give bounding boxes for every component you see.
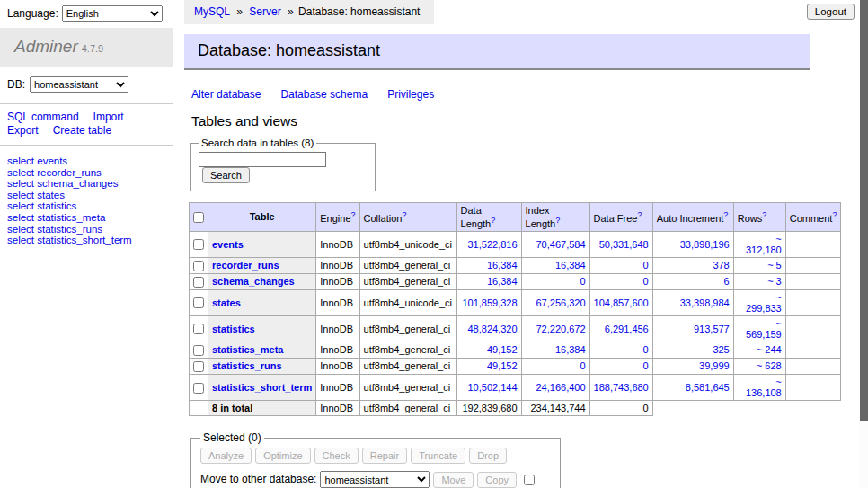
- move-label: Move to other database:: [200, 473, 316, 485]
- help-link[interactable]: ?: [402, 210, 406, 219]
- table-name-link[interactable]: statistics_short_term: [212, 382, 312, 393]
- optimize-button[interactable]: Optimize: [255, 448, 310, 464]
- data-length-link[interactable]: 101,859,328: [462, 297, 517, 308]
- auto-increment-link[interactable]: 913,577: [694, 324, 730, 334]
- data-length-link[interactable]: 49,152: [487, 344, 518, 355]
- sidebar-select-link[interactable]: select statistics_meta: [7, 212, 105, 223]
- index-length-link[interactable]: 16,384: [555, 344, 586, 355]
- drop-button[interactable]: Drop: [469, 448, 507, 464]
- help-link[interactable]: ?: [762, 210, 766, 219]
- sidebar-select-link[interactable]: select statistics: [7, 200, 76, 211]
- data-free-link[interactable]: 0: [643, 360, 649, 371]
- row-checkbox[interactable]: [193, 297, 204, 308]
- index-length-link[interactable]: 70,467,584: [536, 239, 586, 250]
- copy-button[interactable]: Copy: [477, 472, 517, 488]
- table-name-link[interactable]: recorder_runs: [212, 260, 279, 271]
- sidebar-select-link[interactable]: select statistics_runs: [7, 224, 102, 235]
- auto-increment-link[interactable]: 33,898,196: [680, 239, 730, 250]
- search-input[interactable]: [199, 152, 326, 167]
- sidebar-select-link[interactable]: select schema_changes: [7, 178, 118, 189]
- check-button[interactable]: Check: [314, 448, 359, 464]
- row-checkbox[interactable]: [193, 361, 204, 372]
- rows-link[interactable]: ~ 569,159: [746, 318, 782, 340]
- rows-link[interactable]: ~ 628: [757, 360, 782, 371]
- rows-link[interactable]: ~ 136,108: [746, 377, 782, 398]
- move-db-select[interactable]: homeassistant: [320, 471, 430, 488]
- table-name-link[interactable]: statistics: [212, 324, 255, 334]
- auto-increment-link[interactable]: 39,999: [699, 360, 730, 371]
- table-name-link[interactable]: states: [212, 297, 241, 308]
- database-action-link[interactable]: Privileges: [387, 88, 434, 101]
- data-length-link[interactable]: 16,384: [487, 276, 518, 287]
- language-select[interactable]: English: [62, 5, 163, 22]
- help-link[interactable]: ?: [555, 216, 560, 225]
- sidebar-select-link[interactable]: select recorder_runs: [7, 167, 102, 178]
- auto-increment-link[interactable]: 8,581,645: [686, 382, 730, 393]
- data-length-link[interactable]: 48,824,320: [468, 324, 518, 334]
- repair-button[interactable]: Repair: [362, 448, 407, 464]
- search-button[interactable]: Search: [202, 167, 250, 183]
- help-link[interactable]: ?: [723, 210, 728, 219]
- rows-link[interactable]: ~ 299,833: [746, 292, 782, 314]
- auto-increment-link[interactable]: 6: [724, 276, 730, 287]
- help-link[interactable]: ?: [832, 210, 837, 219]
- data-free-link[interactable]: 104,857,600: [594, 297, 649, 308]
- row-checkbox[interactable]: [193, 324, 204, 334]
- move-button[interactable]: Move: [433, 472, 474, 488]
- data-free-link[interactable]: 50,331,648: [599, 239, 649, 250]
- data-free-link[interactable]: 0: [643, 260, 649, 271]
- table-name-link[interactable]: schema_changes: [212, 276, 295, 287]
- data-length-link[interactable]: 31,522,816: [468, 239, 518, 250]
- index-length-link[interactable]: 0: [580, 360, 585, 371]
- sidebar-select-link[interactable]: select states: [7, 190, 65, 200]
- index-length-link[interactable]: 67,256,320: [536, 297, 586, 308]
- row-checkbox[interactable]: [193, 383, 204, 394]
- table-name-link[interactable]: events: [212, 239, 244, 250]
- sidebar-action-link[interactable]: Export: [7, 124, 39, 137]
- auto-increment-link[interactable]: 325: [713, 344, 729, 355]
- sidebar-select-link[interactable]: select statistics_short_term: [7, 235, 132, 245]
- help-link[interactable]: ?: [491, 216, 495, 225]
- data-length-link[interactable]: 10,502,144: [468, 382, 518, 393]
- row-checkbox[interactable]: [193, 277, 204, 288]
- help-link[interactable]: ?: [637, 210, 642, 219]
- row-checkbox[interactable]: [193, 261, 204, 271]
- rows-link[interactable]: ~ 5: [767, 260, 782, 271]
- sidebar-action-link[interactable]: Create table: [53, 124, 111, 137]
- auto-increment-link[interactable]: 33,398,984: [680, 297, 730, 308]
- row-checkbox[interactable]: [193, 345, 204, 356]
- row-checkbox[interactable]: [193, 239, 204, 250]
- overwrite-checkbox[interactable]: [524, 475, 535, 485]
- database-action-link[interactable]: Alter database: [191, 88, 261, 101]
- rows-link[interactable]: ~ 312,180: [746, 234, 782, 255]
- scrollbar-track[interactable]: [859, 0, 868, 488]
- auto-increment-link[interactable]: 378: [713, 260, 729, 271]
- database-action-link[interactable]: Database schema: [280, 88, 368, 101]
- breadcrumb-link[interactable]: Server: [249, 5, 280, 18]
- data-free-link[interactable]: 0: [643, 276, 649, 287]
- rows-link[interactable]: ~ 244: [757, 344, 782, 355]
- db-select[interactable]: homeassistant: [30, 76, 128, 93]
- sidebar-select-link[interactable]: select events: [7, 155, 67, 166]
- data-free-link[interactable]: 188,743,680: [594, 382, 649, 393]
- index-length-link[interactable]: 16,384: [555, 260, 586, 271]
- rows-link[interactable]: ~ 3: [767, 276, 782, 287]
- analyze-button[interactable]: Analyze: [200, 448, 252, 464]
- table-name-link[interactable]: statistics_runs: [212, 360, 282, 371]
- data-length-link[interactable]: 49,152: [487, 360, 518, 371]
- index-length-link[interactable]: 72,220,672: [536, 324, 586, 334]
- index-length-link[interactable]: 24,166,400: [536, 382, 586, 393]
- index-length-link[interactable]: 0: [580, 276, 585, 287]
- scrollbar-thumb[interactable]: [860, 0, 868, 421]
- table-name-link[interactable]: statistics_meta: [212, 344, 284, 355]
- data-free-link[interactable]: 6,291,456: [605, 324, 649, 334]
- sidebar-action-link[interactable]: SQL command: [7, 111, 79, 123]
- data-free-link[interactable]: 0: [643, 344, 649, 355]
- sidebar-action-link[interactable]: Import: [93, 111, 124, 123]
- logout-button[interactable]: Logout: [807, 4, 855, 20]
- help-link[interactable]: ?: [351, 210, 356, 219]
- breadcrumb-link[interactable]: MySQL: [194, 5, 230, 18]
- select-all-checkbox[interactable]: [193, 212, 204, 223]
- truncate-button[interactable]: Truncate: [411, 448, 465, 464]
- data-length-link[interactable]: 16,384: [487, 260, 518, 271]
